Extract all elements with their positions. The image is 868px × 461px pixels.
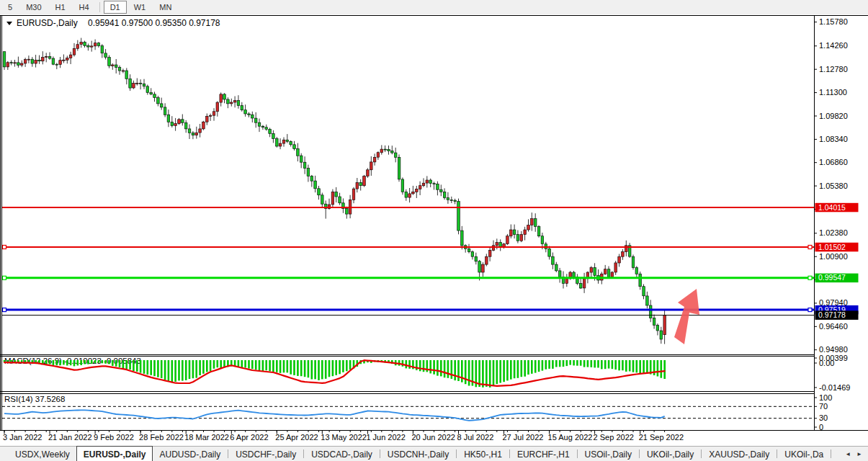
svg-text:1.12780: 1.12780 [819,65,848,73]
svg-text:1.01502: 1.01502 [818,243,846,251]
svg-text:1.00900: 1.00900 [819,252,848,261]
svg-text:1.14260: 1.14260 [819,41,848,50]
mt4-window: 5M30H1H4D1W1MN EURUSD-,Daily 0.95941 0.9… [0,0,868,461]
tab-usdcnh-daily[interactable]: USDCNH-,Daily [381,447,455,461]
svg-text:6 Apr 2022: 6 Apr 2022 [230,433,268,442]
timeframe-button-MN[interactable]: MN [153,1,178,14]
tab-separator [456,449,457,458]
svg-text:1.04015: 1.04015 [818,203,846,212]
rsi-label: RSI(14) 37.5268 [4,395,65,403]
svg-text:21 Jan 2022: 21 Jan 2022 [48,433,92,442]
svg-text:1.11300: 1.11300 [819,88,847,97]
svg-text:0.96460: 0.96460 [819,322,848,331]
toolbar-separator [99,2,100,12]
svg-text:8 Jul 2022: 8 Jul 2022 [457,433,494,442]
svg-text:0.99547: 0.99547 [818,273,846,282]
tab-xauusd-daily[interactable]: XAUUSD-,Daily [702,447,776,461]
svg-text:0: 0 [819,423,823,431]
svg-text:15 Aug 2022: 15 Aug 2022 [548,433,593,442]
tab-usdchf-daily[interactable]: USDCHF-,Daily [229,447,303,461]
chart-ohlc-quote: 0.95941 0.97500 0.95350 0.97178 [88,18,220,28]
svg-text:28 Feb 2022: 28 Feb 2022 [139,433,184,442]
tab-usoil-daily[interactable]: USOil-,Daily [578,447,638,461]
tab-usdx-weekly[interactable]: USDX,Weekly [9,447,76,461]
svg-text:20 Jun 2022: 20 Jun 2022 [411,433,455,442]
svg-text:13 May 2022: 13 May 2022 [321,433,367,442]
svg-text:-0.01469: -0.01469 [819,383,850,392]
svg-text:3 Jan 2022: 3 Jan 2022 [3,433,42,442]
svg-text:27 Jul 2022: 27 Jul 2022 [503,433,544,442]
tab-eurusd-daily[interactable]: EURUSD-,Daily [76,446,153,461]
tab-separator [777,449,777,458]
svg-text:9 Feb 2022: 9 Feb 2022 [94,433,134,442]
svg-text:21 Sep 2022: 21 Sep 2022 [639,433,684,442]
tab-separator [639,449,640,458]
svg-text:0.94980: 0.94980 [819,345,848,354]
tab-usdcad-daily[interactable]: USDCAD-,Daily [305,447,379,461]
tab-separator [831,449,831,458]
timeframe-button-D1[interactable]: D1 [104,1,127,14]
tab-scroll-left-icon[interactable]: ◄ [845,451,851,457]
timeframe-button-H4[interactable]: H4 [73,1,96,14]
svg-text:100: 100 [819,393,832,402]
timeframe-button-W1[interactable]: W1 [127,1,153,14]
timeframe-button-H1[interactable]: H1 [49,1,72,14]
chart-tab-bar: USDX,WeeklyEURUSD-,DailyAUDUSD-,DailyUSD… [0,446,868,461]
tab-scroll-arrows: ◄► [845,451,868,457]
tab-separator [303,449,304,458]
chart-canvas[interactable]: EURUSD-,Daily 0.95941 0.97500 0.95350 0.… [0,0,868,447]
svg-text:0.00: 0.00 [819,359,834,367]
svg-text:0.97178: 0.97178 [818,310,846,319]
tab-separator [380,449,380,458]
svg-text:1.08340: 1.08340 [819,135,848,143]
tab-separator [577,449,578,458]
svg-text:2 Sep 2022: 2 Sep 2022 [594,433,634,442]
tab-separator [228,449,228,458]
svg-text:18 Mar 2022: 18 Mar 2022 [184,433,229,442]
timeframe-button-M30[interactable]: M30 [19,1,48,14]
svg-text:1 Jun 2022: 1 Jun 2022 [366,433,405,442]
svg-text:1.15780: 1.15780 [819,17,848,26]
tab-eurchf-h1[interactable]: EURCHF-,H1 [511,447,576,461]
svg-text:1.06860: 1.06860 [819,158,848,166]
svg-text:1.09820: 1.09820 [819,112,848,120]
tab-scroll-right-icon[interactable]: ► [856,451,862,457]
chart-title: EURUSD-,Daily [17,18,78,28]
tab-ukoil-daily[interactable]: UKOil-,Daily [640,447,700,461]
svg-text:25 Apr 2022: 25 Apr 2022 [275,433,318,442]
tab-separator [509,449,510,458]
svg-text:1.05380: 1.05380 [819,182,848,190]
tab-ukoil-da[interactable]: UKOil-,Da [778,447,830,461]
timeframe-toolbar: 5M30H1H4D1W1MN [0,0,868,14]
svg-text:70: 70 [819,402,828,411]
tab-audusd-daily[interactable]: AUDUSD-,Daily [153,447,227,461]
svg-text:1.02380: 1.02380 [819,228,848,237]
tab-separator [701,449,702,458]
svg-text:30: 30 [819,413,828,422]
tab-hk50-h1[interactable]: HK50-,H1 [457,447,509,461]
timeframe-button-5[interactable]: 5 [1,1,19,14]
